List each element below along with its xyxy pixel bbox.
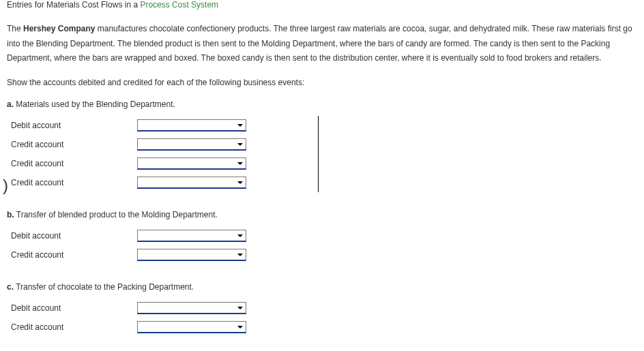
account-select[interactable] [137,249,246,261]
para-seg1: The [7,24,23,33]
account-select[interactable] [137,302,246,314]
chevron-down-icon [237,234,243,237]
chevron-down-icon [237,162,243,165]
section-c-text: Transfer of chocolate to the Packing Dep… [16,282,194,292]
row-label: Debit account [7,231,137,241]
account-select[interactable] [137,138,246,151]
paren-mark: ) [3,176,8,195]
row-label: Debit account [7,303,137,313]
table-row: Debit account [7,116,637,135]
row-label: Credit account [7,250,137,260]
section-b-text: Transfer of blended product to the Moldi… [16,210,218,219]
row-label: Credit account [7,178,137,187]
title-prefix: Entries for Materials Cost Flows in a [7,0,140,10]
row-label: Credit account [7,322,137,332]
chevron-down-icon [237,181,243,184]
section-a-letter: a. [7,100,14,109]
account-select[interactable] [137,177,246,189]
instruction-text: Show the accounts debited and credited f… [7,76,637,91]
section-c-rows: Debit account Credit account [7,299,637,337]
page-title: Entries for Materials Cost Flows in a Pr… [7,0,637,12]
chevron-down-icon [237,143,243,146]
table-row: Credit account [7,245,637,264]
row-label: Credit account [7,140,137,149]
section-a-heading: a. Materials used by the Blending Depart… [7,100,637,109]
table-row: Credit account [7,318,637,337]
table-row: Credit account [7,135,637,154]
section-c-heading: c. Transfer of chocolate to the Packing … [7,282,637,292]
row-label: Debit account [7,121,137,130]
chevron-down-icon [237,254,243,256]
table-row: Credit account [7,154,637,173]
table-row: Credit account [7,173,637,192]
table-row: Debit account [7,299,637,318]
row-label: Credit account [7,159,137,168]
para-seg2: manufactures chocolate confectionery pro… [7,24,632,63]
section-a-text: Materials used by the Blending Departmen… [16,100,175,109]
account-select[interactable] [137,321,246,333]
account-select[interactable] [137,119,246,132]
chevron-down-icon [237,124,243,127]
vertical-divider [318,116,319,192]
company-name: Hershey Company [23,24,95,33]
section-c-letter: c. [7,282,14,292]
section-a-rows: ) Debit account Credit account Credit ac… [7,116,637,192]
chevron-down-icon [237,307,243,309]
table-row: Debit account [7,226,637,245]
intro-paragraph: The Hershey Company manufactures chocola… [7,22,637,66]
account-select[interactable] [137,230,246,242]
section-b-rows: Debit account Credit account [7,226,637,264]
account-select[interactable] [137,157,246,170]
section-b-heading: b. Transfer of blended product to the Mo… [7,210,637,219]
title-link[interactable]: Process Cost System [140,0,218,10]
chevron-down-icon [237,326,243,329]
section-b-letter: b. [7,210,14,219]
